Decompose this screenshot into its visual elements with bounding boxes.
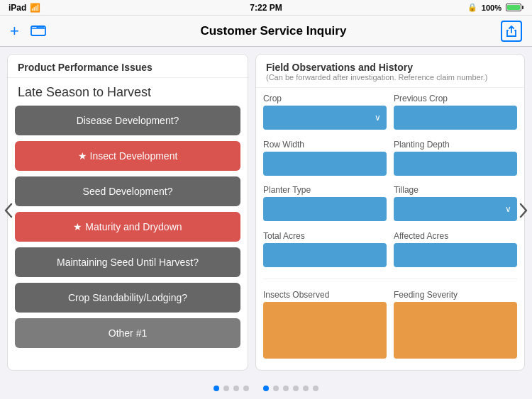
fields-grid: Crop ∨ Previous Crop Row Width Planting … (256, 88, 524, 370)
field-group-feeding-severity: Feeding Severity (394, 290, 517, 364)
left-panel: Product Performance Issues Late Season t… (7, 54, 248, 371)
nav-bar-right (501, 21, 522, 42)
field-group-affected-acres: Affected Acres (394, 231, 517, 273)
feeding-severity-label: Feeding Severity (394, 290, 517, 300)
btn-maintaining[interactable]: Maintaining Seed Until Harvest? (15, 247, 240, 277)
planting-depth-label: Planting Depth (394, 140, 517, 150)
btn-disease[interactable]: Disease Development? (15, 106, 240, 135)
affected-acres-label: Affected Acres (394, 231, 517, 241)
feeding-severity-input[interactable] (394, 302, 517, 359)
status-bar: iPad 📶 7:22 PM 🔒 100% (0, 0, 532, 16)
planter-type-label: Planter Type (263, 185, 387, 195)
field-group-tillage: Tillage ∨ (394, 185, 517, 227)
crop-label: Crop (263, 94, 387, 103)
crop-input[interactable]: ∨ (263, 106, 387, 130)
dot-6[interactable] (273, 386, 279, 391)
right-panel-header: Field Observations and History (Can be f… (256, 55, 524, 88)
btn-maturity[interactable]: ★ Maturity and Drydown (15, 212, 240, 242)
page-title: Customer Service Inquiry (200, 24, 346, 38)
insects-observed-input[interactable] (263, 302, 387, 359)
affected-acres-input[interactable] (394, 243, 517, 267)
nav-arrow-left[interactable] (0, 196, 17, 230)
add-button[interactable]: + (10, 22, 19, 40)
field-group-planting-depth: Planting Depth (394, 140, 517, 181)
wifi-icon: 📶 (30, 3, 40, 13)
btn-seed[interactable]: Seed Development? (15, 176, 240, 206)
right-panel-title: Field Observations and History (266, 62, 514, 73)
dot-2[interactable] (223, 386, 229, 391)
tillage-input[interactable]: ∨ (394, 197, 517, 221)
dot-9[interactable] (303, 386, 309, 391)
field-group-insects-observed: Insects Observed (263, 290, 387, 364)
dots-group-left (214, 386, 249, 391)
field-group-prev-crop: Previous Crop (394, 94, 517, 135)
prev-crop-input[interactable] (394, 106, 517, 130)
battery-percent: 100% (482, 4, 501, 12)
nav-arrow-right[interactable] (515, 196, 532, 230)
btn-standability[interactable]: Crop Standability/Lodging? (15, 283, 240, 313)
battery-icon (506, 4, 523, 11)
dot-8[interactable] (293, 386, 299, 391)
folder-button[interactable] (31, 23, 46, 39)
total-acres-input[interactable] (263, 243, 387, 267)
fields-divider (263, 279, 517, 285)
field-group-total-acres: Total Acres (263, 231, 387, 273)
btn-other[interactable]: Other #1 (15, 318, 240, 348)
field-group-crop: Crop ∨ (263, 94, 387, 135)
status-bar-time: 7:22 PM (250, 3, 282, 13)
row-width-label: Row Width (263, 140, 387, 150)
dot-3[interactable] (233, 386, 239, 391)
status-bar-left: iPad 📶 (9, 3, 40, 13)
right-panel-subtitle: (Can be forwarded after investigation. R… (266, 73, 514, 82)
crop-chevron-icon: ∨ (375, 113, 381, 123)
dot-5[interactable] (263, 386, 269, 391)
row-width-input[interactable] (263, 152, 387, 176)
total-acres-label: Total Acres (263, 231, 387, 241)
page-dots (0, 378, 532, 399)
tillage-chevron-icon: ∨ (505, 204, 511, 214)
share-button[interactable] (501, 21, 522, 42)
planting-depth-input[interactable] (394, 152, 517, 176)
left-panel-header: Product Performance Issues (8, 55, 248, 78)
dot-4[interactable] (243, 386, 249, 391)
left-panel-title: Product Performance Issues (18, 62, 238, 73)
prev-crop-label: Previous Crop (394, 94, 517, 103)
right-panel: Field Observations and History (Can be f… (255, 54, 525, 371)
carrier-label: iPad (9, 3, 26, 13)
insects-observed-label: Insects Observed (263, 290, 387, 300)
nav-bar: + Customer Service Inquiry (0, 16, 532, 47)
main-content: Product Performance Issues Late Season t… (0, 47, 532, 378)
status-bar-right: 🔒 100% (467, 3, 523, 12)
tillage-label: Tillage (394, 185, 517, 195)
dot-10[interactable] (313, 386, 318, 391)
buttons-list: Disease Development? ★ Insect Developmen… (8, 106, 248, 370)
planter-type-input[interactable] (263, 197, 387, 221)
section-title: Late Season to Harvest (8, 78, 248, 106)
rotation-lock-icon: 🔒 (467, 3, 477, 12)
dot-7[interactable] (283, 386, 289, 391)
dots-group-right (263, 386, 318, 391)
dot-1[interactable] (214, 386, 219, 391)
field-group-planter-type: Planter Type (263, 185, 387, 227)
field-group-row-width: Row Width (263, 140, 387, 181)
nav-bar-left: + (10, 22, 46, 40)
btn-insect[interactable]: ★ Insect Development (15, 141, 240, 171)
